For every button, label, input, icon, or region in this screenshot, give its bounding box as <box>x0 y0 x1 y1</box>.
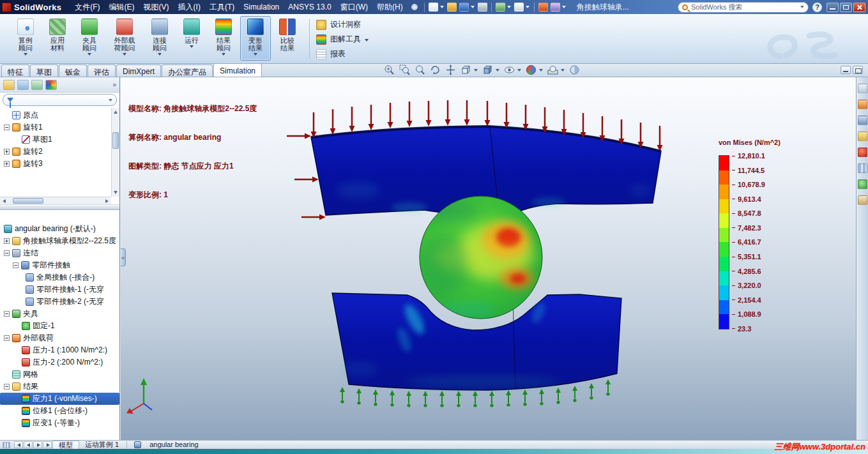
menu-window[interactable]: 窗口(W) <box>336 1 372 13</box>
menu-file[interactable]: 文件(F) <box>70 1 104 13</box>
pane-cascade-icon[interactable] <box>853 66 863 74</box>
collapse-expander-icon[interactable] <box>13 262 19 268</box>
undo-dropdown-icon[interactable] <box>507 6 511 8</box>
menu-pin-icon[interactable] <box>411 4 418 10</box>
dropdown-icon[interactable] <box>539 69 543 72</box>
sim-tree-component-contacts[interactable]: 零部件接触 <box>0 259 119 271</box>
tab-sheetmetal[interactable]: 钣金 <box>59 64 87 77</box>
tab-office-products[interactable]: 办公室产品 <box>162 64 213 77</box>
tree-item-origin[interactable]: 原点 <box>0 109 111 121</box>
sim-tree-fixtures[interactable]: 夹具 <box>0 308 119 320</box>
sim-tree-pressure-1[interactable]: 压力-1 (:1000 N/m^2:) <box>0 344 119 356</box>
sim-tree-strain1[interactable]: 应变1 (-等量-) <box>0 417 119 429</box>
tree-item-revolve1[interactable]: 旋转1 <box>0 121 111 133</box>
print-icon[interactable] <box>478 3 487 11</box>
filter-dropdown-icon[interactable] <box>109 99 112 102</box>
menu-view[interactable]: 视图(V) <box>139 1 174 13</box>
menu-ansys[interactable]: ANSYS 13.0 <box>284 2 335 12</box>
expand-expander-icon[interactable] <box>4 149 10 155</box>
prev-tab-nav-icon[interactable] <box>24 441 33 448</box>
search-box[interactable]: SolidWorks 搜索 <box>678 2 809 13</box>
hide-show-items-icon[interactable] <box>504 64 515 75</box>
file-explorer-icon[interactable] <box>858 132 867 141</box>
panel-overflow-chevron-icon[interactable] <box>112 81 116 88</box>
dropdown-icon[interactable] <box>561 69 565 72</box>
dimxpert-manager-tab-icon[interactable] <box>45 80 57 90</box>
properties-icon[interactable] <box>551 3 560 11</box>
scrollbar-thumb[interactable] <box>112 132 119 149</box>
feature-tree-vertical-scrollbar[interactable] <box>111 108 119 197</box>
pane-minimize-icon[interactable] <box>841 66 851 74</box>
configuration-manager-tab-icon[interactable] <box>31 80 43 90</box>
select-cursor-icon[interactable] <box>514 3 524 11</box>
expand-expander-icon[interactable] <box>4 161 10 167</box>
sim-tree-connections[interactable]: 连结 <box>0 247 119 259</box>
feature-manager-tab-icon[interactable] <box>3 80 15 90</box>
content-central-icon[interactable] <box>858 148 867 157</box>
new-document-icon[interactable] <box>429 3 438 11</box>
view-palette-icon[interactable] <box>858 163 867 173</box>
help-icon[interactable] <box>812 3 822 12</box>
collapse-expander-icon[interactable] <box>4 311 10 317</box>
scroll-down-icon[interactable] <box>114 191 118 194</box>
rotate-view-icon[interactable] <box>430 64 441 75</box>
scroll-left-icon[interactable] <box>3 199 6 203</box>
sim-tree-mesh[interactable]: 网格 <box>0 368 119 381</box>
last-tab-nav-icon[interactable] <box>43 441 52 448</box>
design-library-icon[interactable] <box>858 116 867 125</box>
search-dropdown-icon[interactable] <box>800 6 804 8</box>
tree-item-sketch1[interactable]: 草图1 <box>0 133 111 146</box>
resources-home-icon[interactable] <box>858 100 867 109</box>
report-button[interactable]: 报表 <box>316 49 369 59</box>
custom-properties-icon[interactable] <box>858 195 867 205</box>
sim-tree-fixed-1[interactable]: 固定-1 <box>0 320 119 332</box>
display-style-icon[interactable] <box>482 64 493 75</box>
first-tab-nav-icon[interactable] <box>14 441 23 448</box>
next-tab-nav-icon[interactable] <box>33 441 42 448</box>
property-manager-tab-icon[interactable] <box>17 80 29 90</box>
sim-tree-stress1-selected[interactable]: 应力1 (-vonMises-) <box>0 393 119 405</box>
zoom-fit-icon[interactable] <box>384 64 395 75</box>
sim-tree-contact-1[interactable]: 零部件接触-1 (-无穿 <box>0 284 119 296</box>
menu-simulation[interactable]: Simulation <box>239 2 284 12</box>
connections-advisor-button[interactable]: 连接顾问 <box>144 16 175 61</box>
sim-tree-global-contact[interactable]: 全局接触 (-接合-) <box>0 271 119 284</box>
view-orientation-icon[interactable] <box>461 64 471 75</box>
menu-tools[interactable]: 工具(T) <box>205 1 239 13</box>
apply-material-button[interactable]: 应用材料 <box>42 16 73 61</box>
sim-tree-external-loads[interactable]: 外部载荷 <box>0 332 119 344</box>
menu-edit[interactable]: 编辑(E) <box>105 1 139 13</box>
menu-insert[interactable]: 插入(I) <box>174 1 205 13</box>
feature-tree-horizontal-scrollbar[interactable] <box>0 197 111 204</box>
collapse-expander-icon[interactable] <box>4 125 10 130</box>
save-dropdown-icon[interactable] <box>471 6 475 8</box>
results-advisor-button[interactable]: 结果顾问 <box>208 16 239 61</box>
select-dropdown-icon[interactable] <box>526 6 529 8</box>
open-icon[interactable] <box>447 3 457 11</box>
menu-help[interactable]: 帮助(H) <box>372 1 407 13</box>
model-tab[interactable]: 模型 <box>52 441 79 449</box>
tab-features[interactable]: 特征 <box>1 64 29 77</box>
scroll-right-icon[interactable] <box>105 199 109 203</box>
fixtures-advisor-button[interactable]: 夹具顾问 <box>74 16 105 61</box>
window-minimize-button[interactable] <box>826 3 839 12</box>
section-view-icon[interactable] <box>569 64 580 75</box>
sim-tree-results[interactable]: 结果 <box>0 381 119 393</box>
design-insight-button[interactable]: 设计洞察 <box>316 19 369 30</box>
panel-collapse-handle[interactable] <box>121 248 126 266</box>
plot-tools-button[interactable]: 图解工具 <box>316 34 369 45</box>
compare-results-button[interactable]: 比较结果 <box>272 16 303 61</box>
window-split-icon[interactable] <box>3 442 10 448</box>
collapse-expander-icon[interactable] <box>4 384 10 390</box>
panel-splitter[interactable] <box>0 205 119 210</box>
tab-dimxpert[interactable]: DimXpert <box>116 64 161 77</box>
motion-study-tab[interactable]: 运动算例 1 <box>79 441 125 449</box>
dropdown-icon[interactable] <box>496 69 499 72</box>
dropdown-icon[interactable] <box>474 69 478 72</box>
scroll-up-icon[interactable] <box>114 110 118 114</box>
tab-simulation[interactable]: Simulation <box>213 63 262 77</box>
window-close-button[interactable] <box>853 3 865 12</box>
task-pane-pin-icon[interactable] <box>858 84 867 93</box>
tree-item-revolve3[interactable]: 旋转3 <box>0 158 111 170</box>
study-advisor-button[interactable]: 算例顾问 <box>10 16 41 61</box>
